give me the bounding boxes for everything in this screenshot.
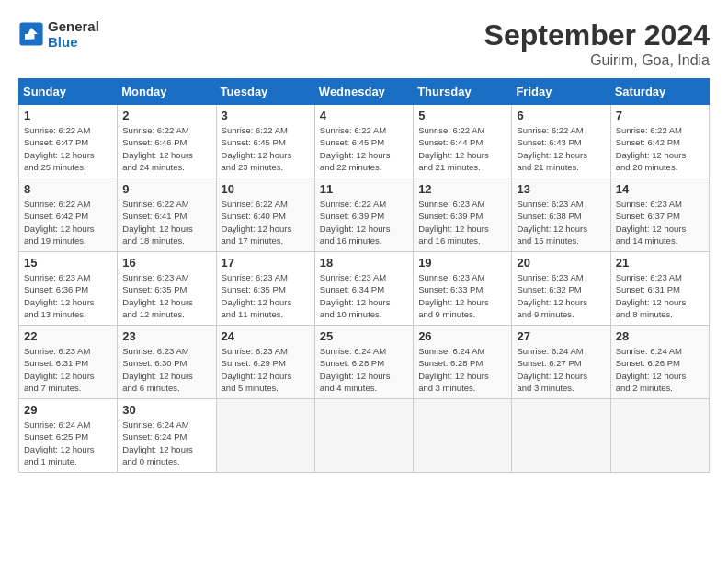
calendar-cell: 3 Sunrise: 6:22 AMSunset: 6:45 PMDayligh…	[216, 105, 314, 178]
day-number: 30	[122, 403, 210, 417]
calendar-cell: 12 Sunrise: 6:23 AMSunset: 6:39 PMDaylig…	[414, 178, 512, 252]
day-number: 25	[320, 329, 408, 343]
calendar-cell: 28 Sunrise: 6:24 AMSunset: 6:26 PMDaylig…	[610, 326, 709, 399]
day-number: 14	[616, 182, 704, 196]
day-number: 24	[222, 329, 310, 343]
title-area: September 2024 Guirim, Goa, India	[484, 18, 710, 69]
calendar-cell: 10 Sunrise: 6:22 AMSunset: 6:40 PMDaylig…	[216, 178, 314, 252]
page-header: General Blue September 2024 Guirim, Goa,…	[18, 18, 710, 69]
day-info: Sunrise: 6:22 AMSunset: 6:42 PMDaylight:…	[24, 198, 112, 247]
calendar-cell: 1 Sunrise: 6:22 AMSunset: 6:47 PMDayligh…	[19, 105, 118, 178]
calendar-cell: 22 Sunrise: 6:23 AMSunset: 6:31 PMDaylig…	[19, 326, 118, 399]
day-info: Sunrise: 6:23 AMSunset: 6:38 PMDaylight:…	[517, 198, 605, 247]
calendar-cell: 8 Sunrise: 6:22 AMSunset: 6:42 PMDayligh…	[19, 178, 118, 252]
calendar-cell	[314, 399, 413, 473]
calendar-cell: 5 Sunrise: 6:22 AMSunset: 6:44 PMDayligh…	[414, 105, 512, 178]
day-info: Sunrise: 6:23 AMSunset: 6:30 PMDaylight:…	[122, 345, 210, 394]
calendar-cell: 4 Sunrise: 6:22 AMSunset: 6:45 PMDayligh…	[314, 105, 413, 178]
day-info: Sunrise: 6:23 AMSunset: 6:36 PMDaylight:…	[24, 271, 112, 320]
calendar-table: SundayMondayTuesdayWednesdayThursdayFrid…	[18, 78, 710, 473]
header-wednesday: Wednesday	[314, 79, 413, 105]
day-info: Sunrise: 6:22 AMSunset: 6:45 PMDaylight:…	[222, 124, 310, 173]
day-info: Sunrise: 6:24 AMSunset: 6:27 PMDaylight:…	[517, 345, 605, 394]
calendar-cell: 2 Sunrise: 6:22 AMSunset: 6:46 PMDayligh…	[118, 105, 216, 178]
calendar-cell	[414, 399, 512, 473]
logo: General Blue	[18, 18, 99, 50]
calendar-cell: 27 Sunrise: 6:24 AMSunset: 6:27 PMDaylig…	[512, 326, 610, 399]
week-row-5: 29 Sunrise: 6:24 AMSunset: 6:25 PMDaylig…	[19, 399, 710, 473]
day-info: Sunrise: 6:24 AMSunset: 6:28 PMDaylight:…	[418, 345, 506, 394]
calendar-cell	[216, 399, 314, 473]
day-number: 23	[122, 329, 210, 343]
day-info: Sunrise: 6:22 AMSunset: 6:39 PMDaylight:…	[320, 198, 408, 247]
day-info: Sunrise: 6:24 AMSunset: 6:26 PMDaylight:…	[616, 345, 704, 394]
day-info: Sunrise: 6:22 AMSunset: 6:42 PMDaylight:…	[616, 124, 704, 173]
calendar-cell: 30 Sunrise: 6:24 AMSunset: 6:24 PMDaylig…	[118, 399, 216, 473]
logo-icon	[18, 21, 44, 47]
day-info: Sunrise: 6:23 AMSunset: 6:31 PMDaylight:…	[616, 271, 704, 320]
day-info: Sunrise: 6:22 AMSunset: 6:46 PMDaylight:…	[122, 124, 210, 173]
calendar-cell: 18 Sunrise: 6:23 AMSunset: 6:34 PMDaylig…	[314, 252, 413, 326]
day-number: 4	[320, 109, 408, 122]
day-info: Sunrise: 6:23 AMSunset: 6:34 PMDaylight:…	[320, 271, 408, 320]
day-info: Sunrise: 6:24 AMSunset: 6:28 PMDaylight:…	[320, 345, 408, 394]
day-number: 17	[222, 256, 310, 270]
week-row-2: 8 Sunrise: 6:22 AMSunset: 6:42 PMDayligh…	[19, 178, 710, 252]
calendar-cell: 15 Sunrise: 6:23 AMSunset: 6:36 PMDaylig…	[19, 252, 118, 326]
day-number: 21	[616, 256, 704, 270]
calendar-cell: 16 Sunrise: 6:23 AMSunset: 6:35 PMDaylig…	[118, 252, 216, 326]
day-number: 5	[418, 109, 506, 122]
week-row-1: 1 Sunrise: 6:22 AMSunset: 6:47 PMDayligh…	[19, 105, 710, 178]
day-number: 15	[24, 256, 112, 270]
day-info: Sunrise: 6:23 AMSunset: 6:29 PMDaylight:…	[222, 345, 310, 394]
calendar-cell: 23 Sunrise: 6:23 AMSunset: 6:30 PMDaylig…	[118, 326, 216, 399]
day-number: 7	[616, 109, 704, 122]
day-number: 13	[517, 182, 605, 196]
calendar-cell: 14 Sunrise: 6:23 AMSunset: 6:37 PMDaylig…	[610, 178, 709, 252]
day-number: 9	[122, 182, 210, 196]
calendar-cell: 11 Sunrise: 6:22 AMSunset: 6:39 PMDaylig…	[314, 178, 413, 252]
location: Guirim, Goa, India	[484, 52, 710, 69]
day-info: Sunrise: 6:24 AMSunset: 6:25 PMDaylight:…	[24, 419, 112, 467]
calendar-cell: 9 Sunrise: 6:22 AMSunset: 6:41 PMDayligh…	[118, 178, 216, 252]
day-number: 6	[517, 109, 605, 122]
header-sunday: Sunday	[19, 79, 118, 105]
header-tuesday: Tuesday	[216, 79, 314, 105]
day-info: Sunrise: 6:22 AMSunset: 6:41 PMDaylight:…	[122, 198, 210, 247]
day-number: 12	[418, 182, 506, 196]
day-info: Sunrise: 6:23 AMSunset: 6:35 PMDaylight:…	[222, 271, 310, 320]
calendar-cell	[610, 399, 709, 473]
calendar-cell: 24 Sunrise: 6:23 AMSunset: 6:29 PMDaylig…	[216, 326, 314, 399]
calendar-cell: 7 Sunrise: 6:22 AMSunset: 6:42 PMDayligh…	[610, 105, 709, 178]
calendar-cell: 20 Sunrise: 6:23 AMSunset: 6:32 PMDaylig…	[512, 252, 610, 326]
day-info: Sunrise: 6:22 AMSunset: 6:45 PMDaylight:…	[320, 124, 408, 173]
calendar-header-row: SundayMondayTuesdayWednesdayThursdayFrid…	[19, 79, 710, 105]
day-number: 19	[418, 256, 506, 270]
day-info: Sunrise: 6:22 AMSunset: 6:40 PMDaylight:…	[222, 198, 310, 247]
day-info: Sunrise: 6:23 AMSunset: 6:33 PMDaylight:…	[418, 271, 506, 320]
day-info: Sunrise: 6:23 AMSunset: 6:39 PMDaylight:…	[418, 198, 506, 247]
header-thursday: Thursday	[414, 79, 512, 105]
day-number: 20	[517, 256, 605, 270]
day-number: 11	[320, 182, 408, 196]
day-number: 18	[320, 256, 408, 270]
day-info: Sunrise: 6:23 AMSunset: 6:37 PMDaylight:…	[616, 198, 704, 247]
header-friday: Friday	[512, 79, 610, 105]
day-number: 27	[517, 329, 605, 343]
calendar-cell: 29 Sunrise: 6:24 AMSunset: 6:25 PMDaylig…	[19, 399, 118, 473]
day-info: Sunrise: 6:22 AMSunset: 6:47 PMDaylight:…	[24, 124, 112, 173]
day-number: 16	[122, 256, 210, 270]
day-number: 29	[24, 403, 112, 417]
day-info: Sunrise: 6:23 AMSunset: 6:31 PMDaylight:…	[24, 345, 112, 394]
day-info: Sunrise: 6:24 AMSunset: 6:24 PMDaylight:…	[122, 419, 210, 467]
calendar-cell: 17 Sunrise: 6:23 AMSunset: 6:35 PMDaylig…	[216, 252, 314, 326]
week-row-3: 15 Sunrise: 6:23 AMSunset: 6:36 PMDaylig…	[19, 252, 710, 326]
month-year: September 2024	[484, 18, 710, 52]
week-row-4: 22 Sunrise: 6:23 AMSunset: 6:31 PMDaylig…	[19, 326, 710, 399]
day-number: 26	[418, 329, 506, 343]
day-number: 1	[24, 109, 112, 122]
day-info: Sunrise: 6:22 AMSunset: 6:44 PMDaylight:…	[418, 124, 506, 173]
day-number: 10	[222, 182, 310, 196]
calendar-cell	[512, 399, 610, 473]
svg-rect-2	[25, 34, 31, 40]
